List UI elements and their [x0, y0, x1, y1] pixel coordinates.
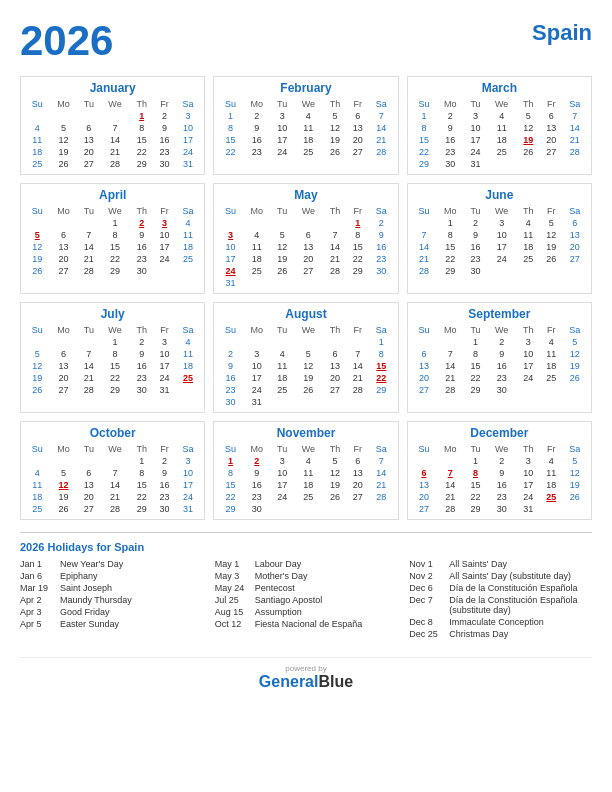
cal-day: 28 — [412, 265, 437, 277]
cal-day — [562, 158, 587, 170]
cal-day: 30 — [218, 396, 243, 408]
cal-day: 2 — [218, 348, 243, 360]
cal-day: 13 — [540, 122, 562, 134]
holiday-item-name: Easter Sunday — [60, 619, 119, 629]
cal-day: 26 — [323, 146, 346, 158]
cal-day: 2 — [130, 336, 153, 348]
cal-day: 31 — [153, 384, 175, 396]
cal-day: 19 — [293, 372, 323, 384]
cal-day: 24 — [243, 384, 271, 396]
cal-day: 14 — [412, 241, 437, 253]
cal-day: 1 — [347, 217, 369, 229]
cal-day: 30 — [130, 265, 153, 277]
cal-day: 5 — [50, 467, 78, 479]
cal-day: 24 — [517, 491, 540, 503]
cal-day: 30 — [243, 503, 271, 515]
cal-day: 11 — [243, 241, 271, 253]
cal-day: 7 — [77, 348, 100, 360]
cal-day: 8 — [436, 229, 464, 241]
cal-day: 27 — [293, 265, 323, 277]
month-block-february: FebruarySuMoTuWeThFrSa123456789101112131… — [213, 76, 398, 175]
cal-day: 28 — [436, 384, 464, 396]
cal-day: 14 — [347, 360, 369, 372]
holiday-item-date: Nov 2 — [409, 571, 443, 581]
cal-day: 19 — [25, 253, 50, 265]
cal-day — [271, 217, 294, 229]
cal-day: 19 — [323, 479, 346, 491]
cal-day: 11 — [176, 229, 201, 241]
month-title: August — [218, 307, 393, 321]
cal-day: 30 — [464, 265, 487, 277]
cal-day: 26 — [562, 491, 587, 503]
cal-day: 17 — [271, 134, 294, 146]
cal-day — [323, 217, 346, 229]
cal-day: 16 — [487, 479, 517, 491]
cal-day: 17 — [218, 253, 243, 265]
cal-day — [540, 503, 562, 515]
cal-day: 26 — [50, 158, 78, 170]
cal-day: 23 — [464, 253, 487, 265]
cal-day — [243, 277, 271, 289]
cal-day: 23 — [153, 491, 175, 503]
cal-day: 10 — [271, 467, 294, 479]
cal-day: 30 — [153, 503, 175, 515]
cal-day: 14 — [100, 134, 130, 146]
cal-day: 12 — [562, 467, 587, 479]
cal-day: 10 — [517, 348, 540, 360]
cal-day: 13 — [323, 360, 346, 372]
cal-day: 16 — [153, 134, 175, 146]
cal-day: 26 — [540, 253, 562, 265]
holidays-title: 2026 Holidays for Spain — [20, 541, 592, 553]
holiday-item-date: Dec 8 — [409, 617, 443, 627]
cal-day — [25, 110, 50, 122]
cal-day: 26 — [50, 503, 78, 515]
cal-day: 1 — [464, 336, 487, 348]
cal-day: 17 — [243, 372, 271, 384]
cal-day: 6 — [323, 348, 346, 360]
cal-day — [50, 110, 78, 122]
cal-day: 13 — [347, 467, 369, 479]
holiday-item-name: Pentecost — [255, 583, 295, 593]
cal-day: 23 — [243, 146, 271, 158]
cal-day: 8 — [130, 122, 153, 134]
cal-day: 19 — [562, 479, 587, 491]
cal-day: 27 — [347, 146, 369, 158]
cal-day: 20 — [77, 491, 100, 503]
cal-day: 5 — [562, 336, 587, 348]
cal-day: 13 — [77, 479, 100, 491]
cal-day: 23 — [369, 253, 394, 265]
cal-day: 2 — [243, 110, 271, 122]
cal-day — [218, 217, 243, 229]
cal-table: SuMoTuWeThFrSa12345678910111213141516171… — [412, 324, 587, 396]
holiday-item: May 24Pentecost — [215, 583, 398, 593]
cal-day: 28 — [100, 503, 130, 515]
holiday-item: Jan 6Epiphany — [20, 571, 203, 581]
cal-day — [293, 336, 323, 348]
cal-day: 10 — [464, 122, 487, 134]
cal-day — [243, 336, 271, 348]
cal-day: 1 — [412, 110, 437, 122]
cal-day: 15 — [130, 479, 153, 491]
cal-day — [50, 336, 78, 348]
cal-day: 3 — [176, 455, 201, 467]
cal-day: 5 — [271, 229, 294, 241]
cal-day: 19 — [271, 253, 294, 265]
cal-day: 22 — [412, 146, 437, 158]
cal-day — [25, 455, 50, 467]
cal-day: 10 — [243, 360, 271, 372]
cal-day: 4 — [25, 122, 50, 134]
cal-table: SuMoTuWeThFrSa12345678910111213141516171… — [218, 443, 393, 515]
cal-day: 20 — [540, 134, 562, 146]
cal-day: 18 — [540, 479, 562, 491]
cal-day: 1 — [100, 336, 130, 348]
cal-day: 3 — [153, 336, 175, 348]
calendars-grid: JanuarySuMoTuWeThFrSa1234567891011121314… — [20, 76, 592, 520]
cal-day: 10 — [153, 229, 175, 241]
cal-day — [369, 396, 394, 408]
cal-day: 15 — [369, 360, 394, 372]
holiday-item: May 1Labour Day — [215, 559, 398, 569]
cal-day: 20 — [50, 253, 78, 265]
holiday-item: Oct 12Fiesta Nacional de España — [215, 619, 398, 629]
cal-day: 19 — [50, 491, 78, 503]
month-block-july: JulySuMoTuWeThFrSa1234567891011121314151… — [20, 302, 205, 413]
